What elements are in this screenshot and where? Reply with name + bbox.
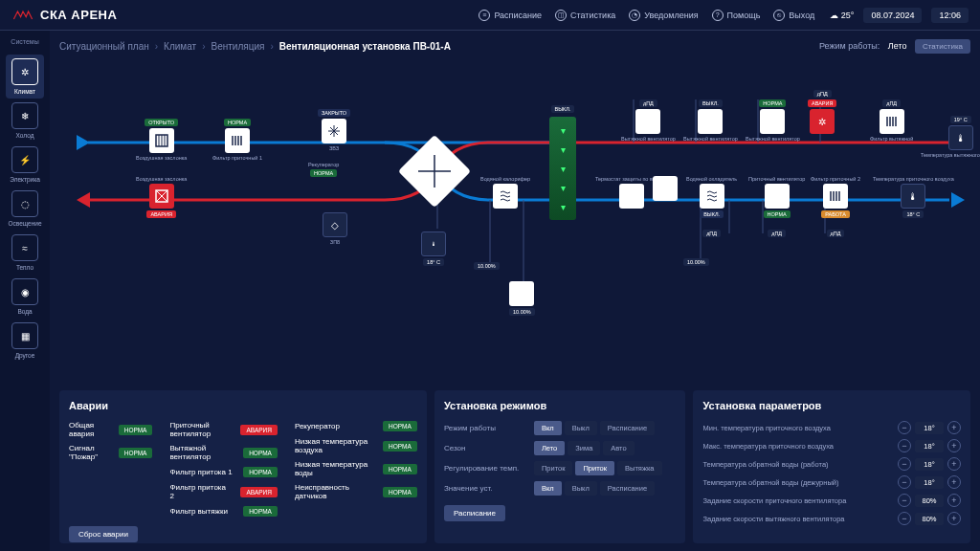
mode-row-3: Значение уст.ВклВыклРасписание xyxy=(444,481,677,496)
arrow-out-icon xyxy=(77,192,90,208)
sidebar-item-6[interactable]: ▦Другое xyxy=(6,319,44,363)
nav-0[interactable]: ≡Расписание xyxy=(479,10,542,21)
alarm-row: Сигнал "Пожар"НОРМА xyxy=(69,444,152,461)
crumb-1[interactable]: Климат xyxy=(164,41,196,52)
dec-button[interactable]: − xyxy=(898,494,911,507)
node-temp-ex: 19° С 🌡 Температура вытяжного воздуха xyxy=(921,116,980,158)
inc-button[interactable]: + xyxy=(947,475,961,489)
stats-button[interactable]: Статистика xyxy=(915,39,970,54)
node-recuperator[interactable] xyxy=(398,135,471,208)
mode-opt[interactable]: Выкл xyxy=(565,421,597,435)
alarm-row: Неисправность датчиковНОРМА xyxy=(295,483,417,500)
mode-value: Лето xyxy=(888,41,907,51)
alarm-row: Вытяжной вентиляторНОРМА xyxy=(169,444,277,461)
sidebar-item-5[interactable]: ◉Вода xyxy=(6,275,44,319)
inc-button[interactable]: + xyxy=(947,494,961,507)
sidebar-item-1[interactable]: ❄Холод xyxy=(6,99,44,143)
modes-panel: Установка режимов Режим работыВклВыклРас… xyxy=(434,390,686,543)
mode-opt[interactable]: Авто xyxy=(603,441,634,455)
mode-row-1: СезонЛетоЗимаАвто xyxy=(444,441,677,455)
sidebar-item-4[interactable]: ≈Тепло xyxy=(6,231,44,275)
node-temp1: 🌡 18° С xyxy=(421,231,446,266)
dec-button[interactable]: − xyxy=(898,475,911,489)
nav-4[interactable]: ⎋Выход xyxy=(773,10,814,21)
params-title: Установка параметров xyxy=(702,400,961,411)
breadcrumb: Ситуационный план› Климат› Вентиляция› В… xyxy=(59,31,970,61)
param-row-2: Температура обратной воды (работа)−18°+ xyxy=(702,457,961,471)
mode-opt[interactable]: Лето xyxy=(534,441,565,455)
inc-button[interactable]: + xyxy=(947,457,961,471)
inc-button[interactable]: + xyxy=(947,421,961,434)
nav-3[interactable]: ?Помощь xyxy=(712,10,761,21)
node-damper1[interactable]: ОТКРЫТО Воздушная заслонка xyxy=(136,119,187,161)
node-pct-cool: 10.00% xyxy=(683,258,709,266)
mode-opt[interactable]: Выкл xyxy=(565,481,597,496)
brand: СКА АРЕНА xyxy=(40,8,117,22)
mode-opt[interactable]: Приток xyxy=(575,461,614,475)
node-damper2[interactable]: Воздушная заслонка АВАРИЯ xyxy=(136,176,187,218)
param-row-3: Температура обратной воды (дежурный)−18°… xyxy=(702,475,961,489)
nav-1[interactable]: ◫Статистика xyxy=(555,10,615,21)
param-row-0: Мин. температура приточного воздуха−18°+ xyxy=(702,421,961,434)
mode-opt[interactable]: Вкл xyxy=(534,481,562,496)
arrow-in-icon xyxy=(77,135,90,150)
node-fan-ex1[interactable]: дПД ✲ Вытяжной вентилятор xyxy=(621,99,676,142)
alarm-row: Общая аварияНОРМА xyxy=(69,421,152,438)
alarms-panel: Аварии Общая аварияНОРМАСигнал "Пожар"НО… xyxy=(59,390,427,543)
sidebar-item-3[interactable]: ◌Освещение xyxy=(6,187,44,231)
alarm-row: Низкая температура водыНОРМА xyxy=(295,460,417,477)
node-zp8[interactable]: ◇ ЗП8 xyxy=(323,212,347,245)
mode-opt[interactable]: Зима xyxy=(568,441,600,455)
mode-opt[interactable]: Расписание xyxy=(600,481,655,496)
node-recuperator-label: Рекуператор НОРМА xyxy=(308,162,339,177)
node-filter-out[interactable]: дПД Фильтр вытяжной xyxy=(870,99,913,142)
mode-opt[interactable]: Расписание xyxy=(600,421,655,435)
node-mixer[interactable]: ВЫКЛ. ▾▾▾▾▾ xyxy=(549,117,576,220)
alarms-title: Аварии xyxy=(69,400,417,411)
node-fan-in[interactable]: Приточный вентилятор ✲ НОРМА дПД xyxy=(748,176,805,237)
sidebar-item-0[interactable]: ✲Климат xyxy=(6,55,44,99)
date: 08.07.2024 xyxy=(863,8,922,23)
inc-button[interactable]: + xyxy=(947,512,961,525)
mode-opt[interactable]: Вытяжка xyxy=(617,461,662,475)
time: 12:06 xyxy=(931,8,969,23)
schedule-button[interactable]: Расписание xyxy=(444,505,505,521)
modes-title: Установка режимов xyxy=(444,400,677,411)
crumb-0[interactable]: Ситуационный план xyxy=(59,41,149,52)
diagram: ОТКРЫТО Воздушная заслонка Воздушная зас… xyxy=(59,61,970,390)
inc-button[interactable]: + xyxy=(947,439,961,452)
node-aux1[interactable]: ⌁ xyxy=(653,176,678,201)
mode-opt[interactable]: Вкл xyxy=(534,421,562,435)
mode-row-2: Регулирование темп.ПритокПритокВытяжка xyxy=(444,461,677,475)
mode-opt[interactable]: Приток xyxy=(534,461,573,475)
node-fan-ex3[interactable]: НОРМА ✲ Вытяжной вентилятор xyxy=(746,99,800,142)
node-temp-in: Температура приточного воздуха 🌡 18° С xyxy=(873,176,954,218)
reset-alarms-button[interactable]: Сброс аварии xyxy=(69,526,138,542)
param-row-1: Макс. температура приточного воздуха−18°… xyxy=(702,439,961,452)
node-filter-in1[interactable]: НОРМА Фильтр приточный 1 xyxy=(212,119,262,161)
alarm-row: Низкая температура воздухаНОРМА xyxy=(295,437,417,454)
node-fan-ex4-alarm[interactable]: дПД АВАРИЯ ✲ xyxy=(808,90,836,134)
alarm-row: Фильтр притока 1НОРМА xyxy=(169,467,277,477)
nav-2[interactable]: ◔Уведомления xyxy=(629,10,698,21)
node-aux-box[interactable]: ✲ 10.00% xyxy=(509,281,535,316)
sidebar-item-2[interactable]: ⚡Электрика xyxy=(6,143,44,187)
mode-row-0: Режим работыВклВыклРасписание xyxy=(444,421,677,435)
crumb-2[interactable]: Вентиляция xyxy=(212,41,265,52)
dec-button[interactable]: − xyxy=(898,421,911,434)
node-pct1: 10.00% xyxy=(474,262,500,270)
sidebar-header: Системы xyxy=(11,38,38,45)
weather: ☁ 25° xyxy=(830,11,854,20)
node-zb3[interactable]: ЗАКРЫТО ЗВЗ xyxy=(318,109,350,151)
node-filter-in2[interactable]: Фильтр приточный 2 РАБОТА дПД xyxy=(811,176,860,237)
dec-button[interactable]: − xyxy=(898,439,911,452)
alarm-row: Приточный вентиляторАВАРИЯ xyxy=(169,421,277,438)
node-cooler[interactable]: Водяной охладитель ВЫКЛ. дПД xyxy=(686,176,737,237)
logo: СКА АРЕНА xyxy=(11,8,117,22)
alarm-row: Фильтр притока 2АВАРИЯ xyxy=(169,483,277,500)
node-fan-ex2[interactable]: ВЫКЛ. ✲ Вытяжной вентилятор xyxy=(683,99,738,142)
page-title: Вентиляционная установка ПВ-01-А xyxy=(279,41,451,52)
dec-button[interactable]: − xyxy=(898,457,911,471)
node-heater[interactable]: Водяной калорифер xyxy=(480,176,530,209)
dec-button[interactable]: − xyxy=(898,512,911,525)
